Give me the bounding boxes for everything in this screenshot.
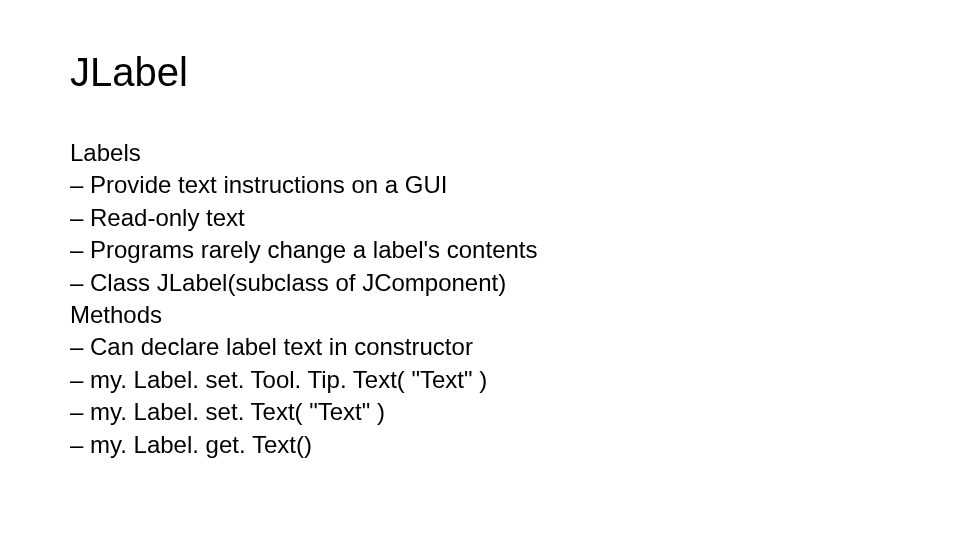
- body-line: – Class JLabel(subclass of JComponent): [70, 267, 890, 299]
- body-line: – Programs rarely change a label's conte…: [70, 234, 890, 266]
- slide-body: Labels – Provide text instructions on a …: [70, 137, 890, 461]
- body-line: Methods: [70, 299, 890, 331]
- body-line: – Provide text instructions on a GUI: [70, 169, 890, 201]
- slide-title: JLabel: [70, 50, 890, 95]
- body-line: – my. Label. set. Text( "Text" ): [70, 396, 890, 428]
- body-line: Labels: [70, 137, 890, 169]
- body-line: – my. Label. get. Text(): [70, 429, 890, 461]
- body-line: – Can declare label text in constructor: [70, 331, 890, 363]
- body-line: – my. Label. set. Tool. Tip. Text( "Text…: [70, 364, 890, 396]
- body-line: – Read-only text: [70, 202, 890, 234]
